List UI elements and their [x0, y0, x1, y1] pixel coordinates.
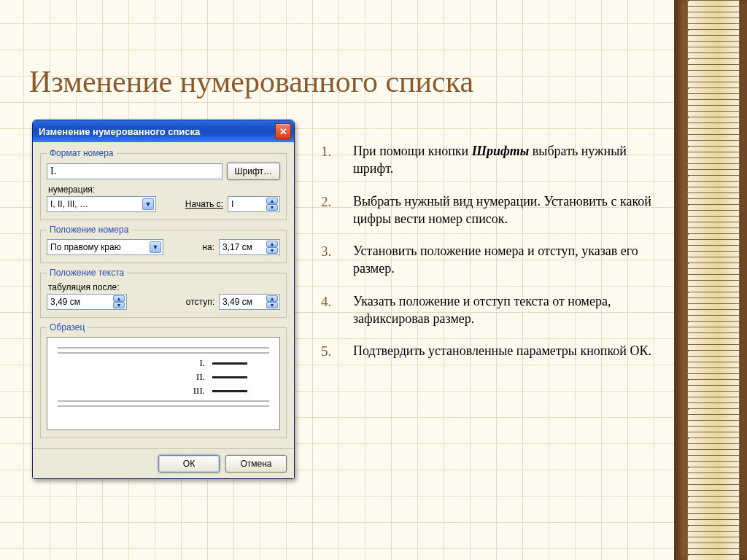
spinner-value: 3,49 см — [50, 297, 80, 307]
item-text: Подтвердить установленные параметры кноп… — [353, 342, 657, 361]
list-item: 2. Выбрать нужный вид нумерации. Установ… — [321, 192, 657, 228]
close-button[interactable]: ✕ — [275, 123, 291, 139]
group-label: Образец — [47, 322, 88, 332]
numbered-list-dialog: Изменение нумерованного списка ✕ Формат … — [32, 120, 295, 479]
at-label: на: — [202, 242, 214, 252]
chevron-down-icon: ▼ — [266, 302, 278, 308]
chevron-up-icon: ▲ — [113, 295, 125, 302]
list-item: 1. При помощи кнопки Шрифты выбрать нужн… — [321, 142, 657, 178]
item-number: 2. — [321, 192, 353, 228]
chevron-up-icon: ▲ — [266, 295, 278, 302]
at-position-spinner[interactable]: 3,17 см ▲ ▼ — [219, 239, 280, 255]
group-label: Положение текста — [47, 268, 127, 278]
preview-numeral: I. — [190, 357, 205, 369]
numbering-label: нумерация: — [48, 184, 280, 195]
item-text: Указать положение и отступ текста от ном… — [353, 292, 657, 328]
item-text: Установить положение номера и отступ, ук… — [353, 242, 657, 278]
tab-after-spinner[interactable]: 3,49 см ▲ ▼ — [47, 294, 127, 310]
item-number: 3. — [321, 242, 353, 278]
item-number: 5. — [321, 342, 353, 361]
preview-box: I. II. III. — [47, 337, 280, 430]
item-number: 1. — [321, 142, 353, 178]
slide-title: Изменение нумерованного списка — [29, 64, 627, 99]
dialog-button-row: ОК Отмена — [33, 448, 294, 478]
indent-label: отступ: — [186, 297, 214, 307]
numbering-style-select[interactable]: I, II, III, … ▼ — [47, 196, 156, 212]
group-label: Формат номера — [47, 148, 117, 158]
spinner-value: 3,17 см — [222, 242, 252, 252]
chevron-down-icon: ▼ — [113, 302, 125, 308]
item-number: 4. — [321, 292, 353, 328]
indent-spinner[interactable]: 3,49 см ▲ ▼ — [219, 294, 280, 310]
group-number-format: Формат номера Шрифт… нумерация: I, II, I… — [40, 148, 287, 220]
item-text: Выбрать нужный вид нумерации. Установить… — [353, 192, 657, 228]
group-number-position: Положение номера По правому краю ▼ на: 3… — [40, 225, 287, 263]
start-at-label: Начать с: — [185, 199, 223, 209]
font-button[interactable]: Шрифт… — [227, 163, 280, 180]
select-value: I, II, III, … — [50, 199, 88, 209]
tab-after-label: табуляция после: — [48, 282, 280, 292]
spinner-value: I — [231, 199, 233, 209]
chevron-down-icon: ▼ — [142, 198, 154, 210]
chevron-down-icon: ▼ — [150, 241, 161, 253]
preview-numeral: III. — [190, 385, 205, 397]
cancel-button[interactable]: Отмена — [225, 455, 287, 472]
spinner-value: 3,49 см — [222, 297, 252, 307]
start-at-spinner[interactable]: I ▲ ▼ — [228, 196, 280, 212]
item-text: При помощи кнопки Шрифты выбрать нужный … — [353, 142, 657, 178]
dialog-titlebar[interactable]: Изменение нумерованного списка ✕ — [33, 120, 294, 142]
select-value: По правому краю — [50, 242, 121, 252]
instruction-list: 1. При помощи кнопки Шрифты выбрать нужн… — [321, 142, 657, 376]
group-preview: Образец I. II. III. — [40, 322, 287, 438]
list-item: 4. Указать положение и отступ текста от … — [321, 292, 657, 328]
number-format-input[interactable] — [47, 163, 222, 179]
list-item: 3. Установить положение номера и отступ,… — [321, 242, 657, 278]
group-label: Положение номера — [47, 225, 131, 235]
decorative-ruler — [687, 0, 740, 560]
chevron-down-icon: ▼ — [266, 204, 278, 211]
preview-numeral: II. — [190, 371, 205, 383]
text-fragment: При помощи кнопки — [353, 144, 472, 158]
chevron-up-icon: ▲ — [266, 198, 278, 204]
list-item: 5. Подтвердить установленные параметры к… — [321, 342, 657, 361]
chevron-up-icon: ▲ — [266, 241, 278, 247]
close-icon: ✕ — [279, 126, 287, 137]
alignment-select[interactable]: По правому краю ▼ — [47, 239, 163, 255]
group-text-position: Положение текста табуляция после: 3,49 с… — [40, 268, 287, 318]
ok-button[interactable]: ОК — [158, 455, 220, 472]
dialog-title: Изменение нумерованного списка — [39, 126, 200, 137]
chevron-down-icon: ▼ — [266, 247, 278, 254]
text-bold: Шрифты — [472, 144, 530, 158]
